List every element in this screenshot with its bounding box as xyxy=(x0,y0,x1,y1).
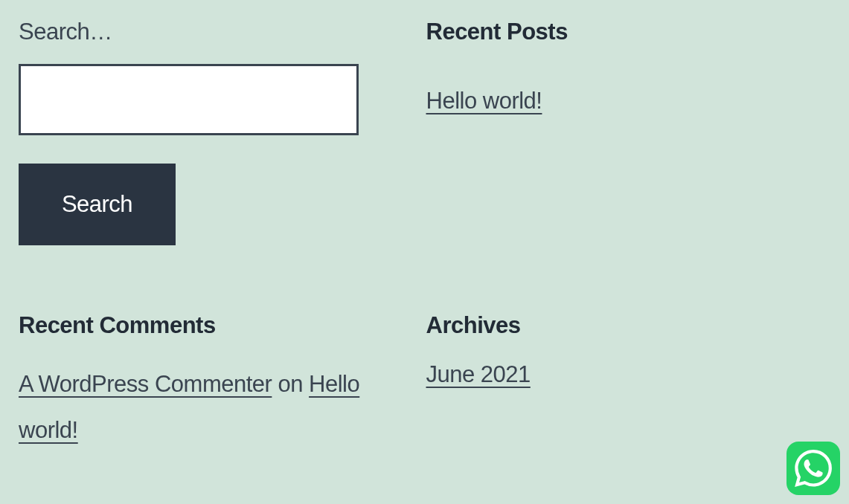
search-widget: Search… Search xyxy=(19,19,374,245)
comment-author-link[interactable]: A WordPress Commenter xyxy=(19,371,272,397)
recent-comments-title: Recent Comments xyxy=(19,312,374,339)
archives-title: Archives xyxy=(426,312,782,339)
recent-posts-widget: Recent Posts Hello world! xyxy=(426,19,782,245)
archives-widget: Archives June 2021 xyxy=(426,312,782,453)
search-label: Search… xyxy=(19,19,374,45)
whatsapp-button[interactable] xyxy=(786,442,840,495)
search-input[interactable] xyxy=(19,64,359,135)
search-button[interactable]: Search xyxy=(19,164,176,245)
comment-connector: on xyxy=(272,371,309,397)
comment-item: A WordPress Commenter on Hello world! xyxy=(19,361,374,453)
recent-comments-widget: Recent Comments A WordPress Commenter on… xyxy=(19,312,374,453)
whatsapp-icon xyxy=(795,450,832,487)
archive-link[interactable]: June 2021 xyxy=(426,361,531,387)
recent-posts-title: Recent Posts xyxy=(426,19,782,45)
recent-post-link[interactable]: Hello world! xyxy=(426,88,542,114)
